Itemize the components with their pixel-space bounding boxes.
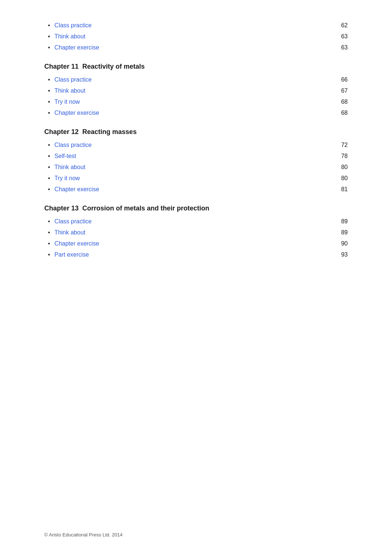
bullet-icon: • — [48, 76, 50, 83]
toc-page-number: 72 — [337, 142, 348, 148]
toc-link[interactable]: Class practice — [55, 76, 92, 83]
toc-page-number: 68 — [337, 110, 348, 116]
toc-row: •Think about89 — [44, 229, 348, 236]
bullet-icon: • — [48, 175, 50, 182]
toc-link[interactable]: Self-test — [55, 153, 76, 159]
toc-link[interactable]: Class practice — [55, 142, 92, 148]
chapter-title: Reacting masses — [82, 128, 137, 135]
bullet-icon: • — [48, 22, 50, 29]
toc-item-left: •Think about — [48, 164, 85, 171]
toc-item-left: •Chapter exercise — [48, 240, 99, 247]
chapter-number: Chapter 13 — [44, 205, 79, 212]
chapter-heading-2: Chapter 12 Reacting masses — [44, 128, 348, 136]
toc-link[interactable]: Think about — [55, 33, 86, 40]
toc-link[interactable]: Part exercise — [55, 251, 89, 258]
toc-item-left: •Self-test — [48, 153, 76, 159]
toc-link[interactable]: Chapter exercise — [55, 110, 99, 116]
bullet-icon: • — [48, 229, 50, 236]
toc-row: •Class practice89 — [44, 218, 348, 225]
toc-link[interactable]: Class practice — [55, 218, 92, 225]
bullet-icon: • — [48, 110, 50, 116]
toc-row: •Self-test78 — [44, 153, 348, 159]
toc-row: •Chapter exercise90 — [44, 240, 348, 247]
chapter-title: Corrosion of metals and their protection — [82, 205, 209, 212]
toc-item-left: •Try it now — [48, 99, 80, 105]
toc-row: •Try it now68 — [44, 99, 348, 105]
toc-page-number: 80 — [337, 175, 348, 182]
toc-page-number: 93 — [337, 251, 348, 258]
toc-row: •Class practice72 — [44, 142, 348, 148]
toc-item-left: •Chapter exercise — [48, 110, 99, 116]
toc-row: •Part exercise93 — [44, 251, 348, 258]
bullet-icon: • — [48, 240, 50, 247]
bullet-icon: • — [48, 186, 50, 193]
toc-item-left: •Think about — [48, 229, 85, 236]
toc-link[interactable]: Chapter exercise — [55, 240, 99, 247]
toc-row: •Class practice66 — [44, 76, 348, 83]
bullet-icon: • — [48, 251, 50, 258]
bullet-icon: • — [48, 164, 50, 171]
chapter-number: Chapter 12 — [44, 128, 79, 135]
toc-link[interactable]: Try it now — [55, 99, 80, 105]
toc-row: •Class practice62 — [44, 22, 348, 29]
toc-row: •Think about80 — [44, 164, 348, 171]
toc-page-number: 63 — [337, 44, 348, 51]
toc-page-number: 89 — [337, 218, 348, 225]
chapter-heading-3: Chapter 13 Corrosion of metals and their… — [44, 205, 348, 212]
toc-item-left: •Try it now — [48, 175, 80, 182]
toc-row: •Chapter exercise68 — [44, 110, 348, 116]
toc-item-left: •Think about — [48, 33, 85, 40]
toc-page-number: 67 — [337, 87, 348, 94]
toc-item-left: •Chapter exercise — [48, 44, 99, 51]
bullet-icon: • — [48, 218, 50, 225]
toc-page-number: 62 — [337, 22, 348, 29]
toc-row: •Chapter exercise63 — [44, 44, 348, 51]
toc-page-number: 81 — [337, 186, 348, 193]
toc-item-left: •Chapter exercise — [48, 186, 99, 193]
toc-link[interactable]: Think about — [55, 164, 86, 171]
toc-link[interactable]: Class practice — [55, 22, 92, 29]
toc-page-number: 68 — [337, 99, 348, 105]
bullet-icon: • — [48, 87, 50, 94]
footer: © Aristo Educational Press Ltd. 2014 — [44, 532, 123, 538]
toc-row: •Try it now80 — [44, 175, 348, 182]
toc-item-left: •Class practice — [48, 218, 92, 225]
toc-page-number: 89 — [337, 229, 348, 236]
toc-link[interactable]: Think about — [55, 87, 86, 94]
toc-page-number: 90 — [337, 240, 348, 247]
toc-page-number: 66 — [337, 76, 348, 83]
chapter-heading-1: Chapter 11 Reactivity of metals — [44, 63, 348, 71]
toc-container: •Class practice62•Think about63•Chapter … — [44, 22, 348, 258]
toc-item-left: •Class practice — [48, 76, 92, 83]
toc-row: •Think about63 — [44, 33, 348, 40]
toc-link[interactable]: Think about — [55, 229, 86, 236]
toc-link[interactable]: Chapter exercise — [55, 44, 99, 51]
toc-item-left: •Think about — [48, 87, 85, 94]
toc-item-left: •Class practice — [48, 22, 92, 29]
toc-page-number: 78 — [337, 153, 348, 159]
toc-item-left: •Class practice — [48, 142, 92, 148]
chapter-number: Chapter 11 — [44, 63, 79, 70]
toc-item-left: •Part exercise — [48, 251, 89, 258]
bullet-icon: • — [48, 153, 50, 159]
toc-page-number: 63 — [337, 33, 348, 40]
bullet-icon: • — [48, 33, 50, 40]
chapter-title: Reactivity of metals — [82, 63, 145, 70]
toc-link[interactable]: Chapter exercise — [55, 186, 99, 193]
toc-page-number: 80 — [337, 164, 348, 171]
bullet-icon: • — [48, 44, 50, 51]
toc-link[interactable]: Try it now — [55, 175, 80, 182]
bullet-icon: • — [48, 99, 50, 105]
toc-row: •Think about67 — [44, 87, 348, 94]
bullet-icon: • — [48, 142, 50, 148]
toc-row: •Chapter exercise81 — [44, 186, 348, 193]
